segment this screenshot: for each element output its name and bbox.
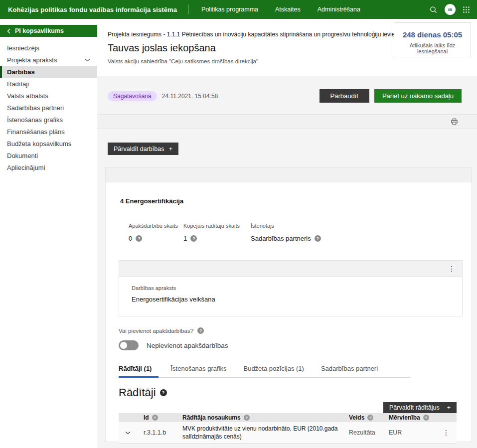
stat-label: Kopējais rādītāju skaits — [183, 223, 251, 229]
sidebar-item-budzeta-kopsavilkums[interactable]: Budžeta kopsavilkums — [0, 138, 97, 149]
user-avatar[interactable]: IB — [445, 4, 456, 15]
col-type: Veids? — [349, 413, 389, 422]
plus-icon: + — [447, 404, 451, 411]
col-label: Mērvienība — [389, 414, 420, 421]
sidebar-item-sadarbibas-partneri[interactable]: Sadarbības partneri — [0, 102, 97, 114]
sidebar-item-label: Rādītāji — [7, 80, 29, 88]
sidebar-item-label: Dokumenti — [7, 152, 38, 159]
table-row: r.3.1.1.b MVK produktivitāte uz vienu no… — [119, 422, 457, 444]
stat-value: 1 — [183, 235, 187, 242]
table-header-row: Id? Rādītāja nosaukums? Veids? Mērvienīb… — [119, 413, 457, 422]
tab-istenosanas-grafiks[interactable]: Īstenošanas grafiks — [170, 363, 231, 377]
main-content: Projekta iesniegums - 1.1.1 Pētniecības … — [97, 19, 477, 448]
app-switcher-grid-icon[interactable] — [463, 6, 470, 13]
next-section-button[interactable]: Pāriet uz nākamo sadaļu — [374, 89, 462, 103]
row-kebab-menu-icon[interactable]: ⋮ — [443, 429, 450, 437]
sidebar-item-label: Valsts atbalsts — [7, 92, 48, 100]
help-icon[interactable]: ? — [244, 415, 250, 421]
status-timestamp: 24.11.2021. 15:04:58 — [162, 93, 218, 100]
sidebar-item-iesniedzejs[interactable]: Iesniedzējs — [0, 42, 97, 54]
toggle-knob — [120, 342, 127, 349]
app-title[interactable]: Kohēzijas politikas fondu vadības inform… — [8, 6, 177, 13]
tab-raditaji[interactable]: Rādītāji (1) — [119, 363, 159, 378]
indicator-unit: EUR — [389, 422, 434, 444]
content-area: Sagatavošanā 24.11.2021. 15:04:58 Pārbau… — [97, 76, 477, 448]
sidebar-item-darbibas[interactable]: Darbības — [0, 66, 97, 78]
indicators-table-wrap: Pārvaldīt rādītājus + Id? — [119, 402, 457, 444]
activity-card: 4 Energosertifikācija Apakšdarbību skait… — [105, 167, 472, 442]
check-button[interactable]: Pārbaudīt — [319, 89, 369, 103]
description-value: Energosertifikācijas veikšana — [132, 296, 462, 303]
search-icon[interactable] — [429, 5, 438, 14]
status-row: Sagatavošanā 24.11.2021. 15:04:58 Pārbau… — [97, 76, 477, 103]
applicant-name: Valsts akciju sabiedrība "Ceļu satiksmes… — [108, 58, 477, 64]
col-unit: Mērvienība? — [389, 413, 434, 422]
activity-title: 4 Energosertifikācija — [120, 197, 462, 205]
help-icon[interactable]: ? — [136, 235, 142, 242]
sidebar-item-projekta-apraksts[interactable]: Projekta apraksts — [0, 54, 97, 66]
stat-implementer: Īstenotājs Sadarbības partneris? — [251, 223, 321, 242]
sidebar-item-dokumenti[interactable]: Dokumenti — [0, 149, 97, 161]
description-label: Darbības apraksts — [132, 285, 462, 291]
sidebar-item-label: Sadarbības partneri — [7, 104, 64, 112]
description-panel: ⋮ Darbības apraksts Energosertifikācijas… — [119, 260, 463, 316]
help-icon[interactable]: ? — [315, 235, 321, 242]
expand-column-header — [119, 413, 144, 422]
manage-indicators-label: Pārvaldīt rādītājus — [389, 404, 440, 411]
sidebar-menu: Iesniedzējs Projekta apraksts Darbības R… — [0, 42, 97, 173]
manage-activities-button[interactable]: Pārvaldīt darbības + — [108, 143, 178, 155]
detail-tabs: Rādītāji (1) Īstenošanas grafiks Budžeta… — [119, 363, 410, 378]
col-label: Rādītāja nosaukums — [182, 414, 241, 421]
indicator-name: MVK produktivitāte uz vienu nodarbināto,… — [182, 422, 349, 444]
manage-indicators-button[interactable]: Pārvaldīt rādītājus + — [383, 402, 457, 413]
app-window: Kohēzijas politikas fondu vadības inform… — [0, 0, 477, 448]
subactivity-toggle[interactable] — [119, 340, 139, 350]
sidebar-item-label: Apliecinājumi — [7, 164, 45, 171]
col-id: Id? — [144, 413, 182, 422]
help-icon[interactable]: ? — [197, 327, 204, 334]
sidebar-item-label: Projekta apraksts — [7, 56, 57, 64]
deadline-timer-caption: Atlikušais laiks līdz iesniegšanai — [394, 42, 471, 54]
subactivity-question-label: Vai pievienot apakšdarbības? — [119, 328, 193, 334]
page-header: Projekta iesniegums - 1.1.1 Pētniecības … — [97, 19, 477, 76]
kebab-menu-icon[interactable]: ⋮ — [448, 265, 455, 272]
indicators-table: Id? Rādītāja nosaukums? Veids? Mērvienīb… — [119, 413, 457, 444]
stat-total-indicators: Kopējais rādītāju skaits 1? — [183, 223, 251, 242]
nav-atskaites[interactable]: Atskaites — [275, 6, 301, 13]
help-icon[interactable]: ? — [190, 235, 197, 242]
stat-value: 0 — [129, 235, 132, 242]
col-label: Veids — [349, 414, 364, 421]
topbar-nav: Politikas programma Atskaites Administrē… — [201, 6, 360, 13]
indicator-type: Rezultāta — [349, 422, 389, 444]
manage-activities-label: Pārvaldīt darbības — [114, 146, 164, 152]
sidebar: PI kopsavilkums Iesniedzējs Projekta apr… — [0, 19, 97, 448]
topbar: Kohēzijas politikas fondu vadības inform… — [0, 0, 477, 19]
help-icon[interactable]: ? — [152, 415, 158, 421]
subactivity-toggle-row: Nepievienot apakšdarbības — [119, 340, 462, 350]
row-expand-toggle[interactable] — [119, 422, 144, 444]
help-icon[interactable]: ? — [423, 415, 429, 421]
description-panel-header: ⋮ — [119, 261, 462, 277]
stat-label: Apakšdarbību skaits — [129, 223, 183, 229]
stat-label: Īstenotājs — [251, 223, 321, 229]
sidebar-item-label: Iesniedzējs — [7, 44, 39, 52]
col-name: Rādītāja nosaukums? — [182, 413, 349, 422]
plus-icon: + — [169, 146, 172, 152]
tab-sadarbibas-partneri[interactable]: Sadarbības partneri — [321, 363, 383, 377]
nav-politikas-programma[interactable]: Politikas programma — [201, 6, 258, 13]
activity-card-header[interactable] — [106, 168, 472, 182]
sidebar-back-pi-kopsavilkums[interactable]: PI kopsavilkums — [0, 25, 97, 37]
sidebar-item-apliecinajumi[interactable]: Apliecinājumi — [0, 161, 97, 173]
help-icon[interactable]: ? — [367, 415, 373, 421]
help-icon[interactable]: ? — [160, 389, 167, 396]
print-icon[interactable] — [451, 118, 458, 126]
sidebar-item-raditaji[interactable]: Rādītāji — [0, 78, 97, 90]
sidebar-item-valsts-atbalsts[interactable]: Valsts atbalsts — [0, 90, 97, 102]
sidebar-item-finansesanas-plans[interactable]: Finansēšanas plāns — [0, 126, 97, 138]
sidebar-back-label: PI kopsavilkums — [15, 27, 64, 34]
col-label: Id — [144, 414, 149, 421]
tab-budzeta-pozicijas[interactable]: Budžeta pozīcijas (1) — [243, 363, 309, 377]
sidebar-item-istenosanas-grafiks[interactable]: Īstenošanas grafiks — [0, 114, 97, 126]
nav-administresana[interactable]: Administrēšana — [318, 6, 360, 13]
indicators-heading: Rādītāji ? — [119, 386, 462, 399]
